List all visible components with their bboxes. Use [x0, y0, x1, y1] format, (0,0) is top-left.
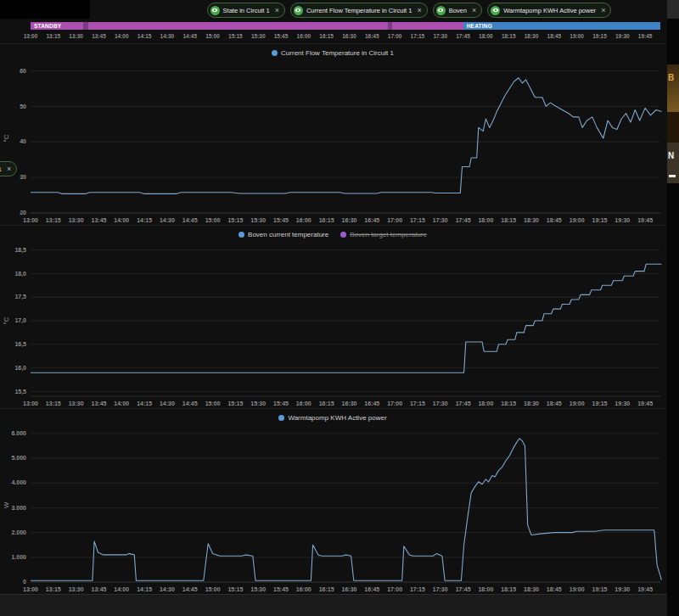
filter-chip[interactable]: State in Circuit 1× — [207, 3, 285, 18]
legend-dot — [238, 232, 244, 238]
svg-text:15:00: 15:00 — [205, 586, 221, 592]
svg-text:18:00: 18:00 — [478, 217, 493, 223]
time-tick-label: 15:00 — [205, 33, 220, 39]
timeline-segment[interactable] — [88, 22, 388, 30]
svg-text:15:45: 15:45 — [273, 400, 289, 406]
timeline-axis: 13:0013:1513:3013:4514:0014:1514:3014:45… — [31, 32, 660, 42]
timeline-segment[interactable] — [392, 22, 463, 30]
background-letter: N — [668, 151, 674, 160]
bottom-bar — [0, 594, 667, 616]
svg-text:14:15: 14:15 — [137, 217, 152, 223]
svg-text:14:30: 14:30 — [160, 400, 175, 406]
svg-text:18:30: 18:30 — [524, 400, 539, 406]
svg-text:°C: °C — [3, 134, 10, 142]
svg-text:13:00: 13:00 — [23, 586, 38, 592]
svg-text:18:15: 18:15 — [501, 217, 516, 223]
svg-text:14:15: 14:15 — [137, 586, 152, 592]
svg-text:17:30: 17:30 — [433, 586, 448, 592]
svg-text:15:45: 15:45 — [273, 217, 289, 223]
time-tick-label: 18:00 — [479, 33, 493, 39]
svg-text:40: 40 — [20, 138, 26, 144]
time-tick-label: 18:30 — [525, 33, 539, 39]
time-tick-label: 15:15 — [228, 33, 243, 39]
chip-close-icon[interactable]: × — [7, 165, 11, 173]
svg-text:16:30: 16:30 — [342, 400, 357, 406]
svg-text:16:45: 16:45 — [364, 217, 379, 223]
background-image-fragment — [667, 112, 679, 143]
timeline-segment[interactable]: HEATING — [463, 22, 660, 30]
time-tick-label: 17:00 — [388, 33, 402, 39]
chip-close-icon[interactable]: × — [601, 7, 605, 14]
svg-text:5.000: 5.000 — [11, 455, 26, 461]
svg-text:14:00: 14:00 — [114, 217, 129, 223]
svg-text:17:15: 17:15 — [410, 217, 425, 223]
time-tick-label: 13:15 — [47, 33, 61, 39]
legend-dot — [340, 232, 346, 238]
svg-text:19:45: 19:45 — [637, 400, 653, 406]
svg-text:14:30: 14:30 — [160, 217, 175, 223]
svg-text:19:30: 19:30 — [614, 217, 630, 223]
svg-text:17:15: 17:15 — [410, 400, 425, 406]
time-tick-label: 14:00 — [115, 33, 129, 39]
svg-text:13:00: 13:00 — [23, 400, 38, 406]
svg-text:13:45: 13:45 — [92, 217, 107, 223]
chart-plot-area[interactable]: 6.0005.0004.0003.0002.0001.000013:0013:1… — [0, 424, 665, 595]
svg-text:60: 60 — [20, 68, 26, 74]
time-tick-label: 18:45 — [547, 33, 562, 39]
timeline-state-label: HEATING — [467, 23, 492, 29]
time-tick-label: 16:15 — [319, 33, 334, 39]
svg-text:14:00: 14:00 — [114, 586, 129, 592]
filter-chips-row: State in Circuit 1×Current Flow Temperat… — [0, 2, 665, 19]
visibility-icon — [491, 6, 500, 15]
time-tick-label: 14:15 — [137, 33, 152, 39]
svg-text:19:00: 19:00 — [570, 400, 585, 406]
time-tick-label: 13:30 — [69, 33, 83, 39]
legend-item[interactable]: Boven current temperature — [238, 231, 328, 238]
chart-plot-area[interactable]: 18,518,017,517,016,516,015,513:0013:1513… — [0, 241, 665, 409]
svg-text:18:45: 18:45 — [547, 400, 562, 406]
legend-item[interactable]: Boven target temperature — [340, 231, 427, 238]
svg-text:15:30: 15:30 — [250, 217, 266, 223]
filter-chip[interactable]: Boven× — [433, 3, 483, 18]
svg-text:0: 0 — [23, 579, 26, 585]
filter-chip[interactable]: Warmtapomp KWH Active power× — [487, 3, 611, 18]
svg-text:13:30: 13:30 — [69, 586, 84, 592]
svg-text:4.000: 4.000 — [11, 479, 26, 485]
svg-text:14:00: 14:00 — [114, 400, 129, 406]
legend-item[interactable]: Warmtapomp KWH Active power — [278, 414, 386, 422]
filter-chip-label: Boven — [449, 7, 467, 14]
svg-text:18:15: 18:15 — [501, 400, 516, 406]
svg-text:15,5: 15,5 — [14, 389, 26, 395]
svg-text:18:30: 18:30 — [524, 217, 539, 223]
legend-label: Boven current temperature — [248, 231, 328, 238]
svg-text:15:15: 15:15 — [227, 400, 243, 406]
chart-legend: Current Flow Temperature in Circuit 1 — [0, 44, 665, 59]
svg-text:13:30: 13:30 — [69, 217, 84, 223]
visibility-icon — [210, 6, 220, 15]
floating-filter-chip[interactable]: State in Circuit 1 × — [0, 161, 17, 176]
time-tick-label: 15:45 — [274, 33, 289, 39]
svg-text:18:15: 18:15 — [501, 586, 516, 592]
floating-chip-label: State in Circuit 1 — [0, 165, 2, 173]
svg-text:17:45: 17:45 — [456, 217, 471, 223]
filter-chip[interactable]: Current Flow Temperature in Circuit 1× — [290, 3, 428, 18]
visibility-icon — [294, 6, 303, 15]
background-window-strip: B N — [667, 0, 679, 616]
svg-text:16:45: 16:45 — [364, 586, 379, 592]
chart-panel-active-power: Warmtapomp KWH Active power 6.0005.0004.… — [0, 408, 665, 595]
time-tick-label: 15:30 — [251, 33, 266, 39]
time-tick-label: 19:30 — [615, 33, 630, 39]
legend-dot — [272, 50, 278, 56]
chip-close-icon[interactable]: × — [472, 7, 476, 14]
chip-close-icon[interactable]: × — [417, 7, 421, 14]
legend-item[interactable]: Current Flow Temperature in Circuit 1 — [272, 49, 394, 57]
svg-text:30: 30 — [20, 174, 26, 180]
timeline-segment[interactable]: STANDBY — [31, 22, 83, 30]
chart-plot-area[interactable]: 605040302013:0013:1513:3013:4514:0014:15… — [0, 59, 665, 226]
time-tick-label: 14:30 — [160, 33, 175, 39]
svg-text:15:30: 15:30 — [250, 586, 266, 592]
svg-text:17:00: 17:00 — [387, 400, 402, 406]
chip-close-icon[interactable]: × — [275, 7, 279, 14]
svg-text:15:15: 15:15 — [227, 217, 243, 223]
legend-label: Warmtapomp KWH Active power — [288, 414, 386, 422]
